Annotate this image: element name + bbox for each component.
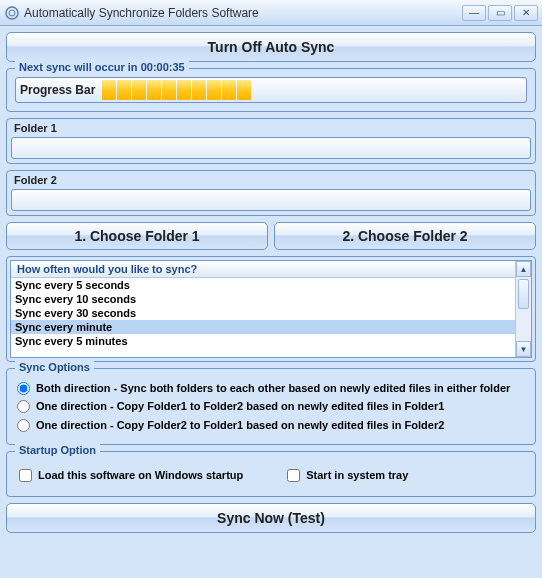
folder1-input[interactable] — [11, 137, 531, 159]
svg-point-0 — [6, 7, 18, 19]
sync-option-label-0[interactable]: Both direction - Sync both folders to ea… — [36, 381, 510, 395]
sync-option-radio-0[interactable] — [17, 382, 30, 395]
scroll-up-icon[interactable]: ▲ — [516, 261, 531, 277]
close-button[interactable]: ✕ — [514, 5, 538, 21]
sync-now-button[interactable]: Sync Now (Test) — [6, 503, 536, 533]
folder2-group: Folder 2 — [6, 170, 536, 216]
sync-options-legend: Sync Options — [15, 361, 94, 373]
list-item[interactable]: Sync every 10 seconds — [11, 292, 515, 306]
window-title: Automatically Synchronize Folders Softwa… — [24, 6, 462, 20]
start-in-tray-label[interactable]: Start in system tray — [306, 468, 408, 482]
progress-bar: Progress Bar — [15, 77, 527, 103]
load-on-startup-checkbox[interactable] — [19, 469, 32, 482]
next-sync-group: Next sync will occur in 00:00:35 Progres… — [6, 68, 536, 112]
startup-option-group: Startup Option Load this software on Win… — [6, 451, 536, 497]
load-on-startup-label[interactable]: Load this software on Windows startup — [38, 468, 243, 482]
minimize-button[interactable]: — — [462, 5, 486, 21]
title-buttons: — ▭ ✕ — [462, 5, 538, 21]
sync-option-radio-2[interactable] — [17, 419, 30, 432]
folder1-group: Folder 1 — [6, 118, 536, 164]
list-item[interactable]: Sync every minute — [11, 320, 515, 334]
maximize-button[interactable]: ▭ — [488, 5, 512, 21]
start-in-tray-checkbox[interactable] — [287, 469, 300, 482]
titlebar: Automatically Synchronize Folders Softwa… — [0, 0, 542, 26]
sync-interval-listbox[interactable]: How often would you like to sync? Sync e… — [10, 260, 532, 358]
folder1-label: Folder 1 — [14, 122, 531, 134]
app-icon — [4, 5, 20, 21]
sync-interval-group: How often would you like to sync? Sync e… — [6, 256, 536, 362]
progress-label: Progress Bar — [16, 83, 99, 97]
next-sync-legend: Next sync will occur in 00:00:35 — [15, 61, 189, 73]
sync-options-group: Sync Options Both direction - Sync both … — [6, 368, 536, 445]
choose-folder1-button[interactable]: 1. Choose Folder 1 — [6, 222, 268, 250]
turn-off-auto-sync-button[interactable]: Turn Off Auto Sync — [6, 32, 536, 62]
content: Turn Off Auto Sync Next sync will occur … — [0, 26, 542, 539]
startup-option-legend: Startup Option — [15, 444, 100, 456]
scrollbar[interactable]: ▲ ▼ — [515, 261, 531, 357]
list-item[interactable]: Sync every 30 seconds — [11, 306, 515, 320]
scroll-down-icon[interactable]: ▼ — [516, 341, 531, 357]
choose-buttons-row: 1. Choose Folder 1 2. Choose Folder 2 — [6, 222, 536, 250]
folder2-label: Folder 2 — [14, 174, 531, 186]
choose-folder2-button[interactable]: 2. Choose Folder 2 — [274, 222, 536, 250]
list-item[interactable]: Sync every 5 minutes — [11, 334, 515, 348]
folder2-input[interactable] — [11, 189, 531, 211]
sync-option-label-1[interactable]: One direction - Copy Folder1 to Folder2 … — [36, 399, 444, 413]
list-item[interactable]: Sync every 5 seconds — [11, 278, 515, 292]
progress-blocks — [102, 80, 251, 100]
sync-option-label-2[interactable]: One direction - Copy Folder2 to Folder1 … — [36, 418, 444, 432]
scroll-thumb[interactable] — [518, 279, 529, 309]
sync-interval-header: How often would you like to sync? — [11, 261, 515, 278]
sync-option-radio-1[interactable] — [17, 400, 30, 413]
